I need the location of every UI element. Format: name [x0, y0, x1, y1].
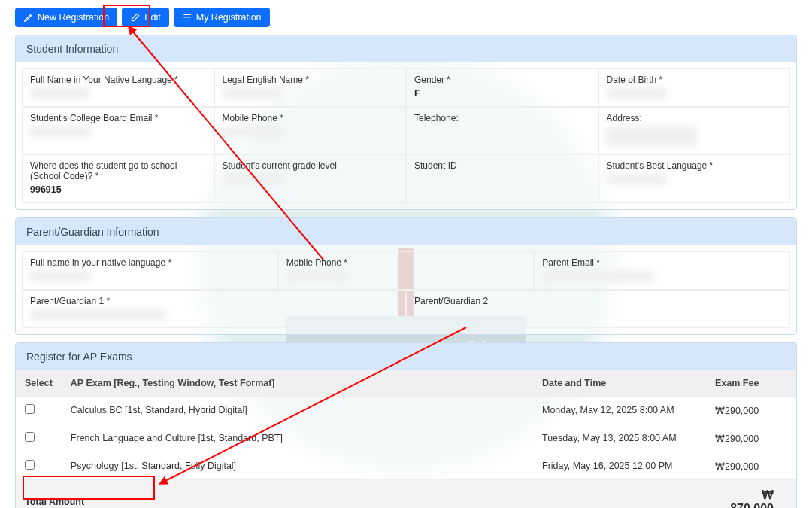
- exam-name: Calculus BC [1st, Standard, Hybrid Digit…: [62, 397, 533, 424]
- field-guardian1: Parent/Guardian 1 * xxxxxxxxxx: [22, 290, 406, 328]
- new-registration-label: New Registration: [38, 12, 109, 23]
- field-full-name: Full Name in Your Native Language * xxx: [22, 68, 214, 107]
- col-datetime: Date and Time: [533, 370, 706, 397]
- redacted-value: xxxx: [223, 88, 283, 99]
- field-telephone: Telephone:: [406, 107, 598, 154]
- my-registration-label: My Registration: [196, 12, 262, 23]
- field-mobile: Mobile Phone * xxxxxx: [214, 107, 407, 154]
- field-student-id: Student ID: [406, 154, 598, 203]
- exam-header: Register for AP Exams: [16, 343, 796, 370]
- col-select: Select: [16, 370, 62, 397]
- label: Gender *: [414, 75, 590, 85]
- redacted-value: xxxxxxxxxx: [30, 309, 165, 320]
- list-icon: [182, 12, 192, 23]
- label: Student's College Board Email *: [30, 113, 206, 123]
- exam-datetime: Tuesday, May 13, 2025 8:00 AM: [533, 424, 706, 452]
- field-best-lang: Student's Best Language * xxxxxx: [598, 154, 791, 203]
- field-grade: Student's current grade level xxx: [214, 154, 407, 203]
- value: [414, 174, 590, 184]
- field-parent-email: Parent Email * xxxxxxxxxx: [534, 251, 790, 290]
- redacted-value: xxxxxx: [223, 126, 283, 137]
- table-row: Calculus BC [1st, Standard, Hybrid Digit…: [16, 397, 796, 424]
- field-parent-mobile: Mobile Phone * xxxxxx: [278, 251, 535, 290]
- redacted-value: xxxxxxxxxx: [30, 126, 90, 137]
- label: Telephone:: [414, 113, 590, 123]
- exam-fee: ₩290,000: [706, 452, 796, 480]
- value: 996915: [30, 184, 206, 195]
- edit-icon: [130, 12, 141, 23]
- exam-fee: ₩290,000: [706, 424, 796, 452]
- field-guardian2: Parent/Guardian 2: [406, 290, 790, 328]
- redacted-value: xxx: [223, 174, 283, 184]
- label: Student's current grade level: [223, 160, 398, 171]
- redacted-value: xxxxxx: [607, 174, 667, 184]
- exam-datetime: Friday, May 16, 2025 12:00 PM: [533, 452, 706, 480]
- new-registration-button[interactable]: New Registration: [15, 8, 117, 27]
- label: Date of Birth *: [607, 75, 783, 85]
- toolbar: New Registration Edit My Registration: [15, 8, 797, 27]
- label: Full name in your native language *: [30, 257, 270, 268]
- label: Student ID: [414, 160, 590, 171]
- label: Mobile Phone *: [286, 257, 526, 268]
- field-dob: Date of Birth * xxxxxx: [598, 68, 791, 107]
- exam-fee: ₩290,000: [706, 397, 796, 424]
- value: [414, 126, 590, 137]
- row-select-checkbox[interactable]: [25, 460, 35, 470]
- label: Where does the student go to school (Sch…: [30, 160, 206, 181]
- exam-name: Psychology [1st, Standard, Fully Digital…: [62, 452, 533, 480]
- label: Parent/Guardian 1 *: [30, 296, 398, 306]
- col-exam: AP Exam [Reg., Testing Window, Test Form…: [62, 370, 533, 397]
- label: Parent Email *: [542, 257, 782, 268]
- field-parent-name: Full name in your native language * xx: [22, 251, 278, 290]
- student-info-panel: Student Information Full Name in Your Na…: [15, 35, 797, 210]
- field-cb-email: Student's College Board Email * xxxxxxxx…: [22, 107, 214, 154]
- field-school-code: Where does the student go to school (Sch…: [22, 154, 214, 203]
- redacted-value: xxx: [30, 88, 90, 99]
- total-value: ₩ 870,000: [706, 480, 796, 509]
- label: Legal English Name *: [223, 75, 398, 85]
- col-fee: Exam Fee: [706, 370, 796, 397]
- my-registration-button[interactable]: My Registration: [174, 8, 270, 27]
- label: Address:: [607, 113, 783, 123]
- exam-name: French Language and Culture [1st, Standa…: [62, 424, 533, 452]
- label: Parent/Guardian 2: [414, 296, 782, 306]
- redacted-value: xxxxxxxxxx: [542, 271, 655, 281]
- edit-label: Edit: [144, 12, 161, 23]
- student-info-header: Student Information: [16, 35, 796, 62]
- redacted-value: xx: [30, 271, 90, 281]
- row-select-checkbox[interactable]: [25, 432, 35, 442]
- exam-panel: Register for AP Exams Select AP Exam [Re…: [15, 342, 797, 508]
- label: Full Name in Your Native Language *: [30, 75, 206, 85]
- redacted-value: xxxxxx: [607, 88, 667, 99]
- label: Mobile Phone *: [223, 113, 398, 123]
- parent-info-header: Parent/Guardian Information: [16, 218, 796, 245]
- value: [414, 309, 782, 320]
- field-legal-name: Legal English Name * xxxx: [214, 68, 407, 107]
- field-gender: Gender * F: [406, 68, 598, 107]
- row-select-checkbox[interactable]: [25, 404, 35, 414]
- table-row: Psychology [1st, Standard, Fully Digital…: [16, 452, 796, 480]
- label: Student's Best Language *: [607, 160, 783, 171]
- exam-table: Select AP Exam [Reg., Testing Window, Te…: [16, 370, 796, 508]
- parent-info-panel: Parent/Guardian Information Full name in…: [15, 217, 797, 335]
- redacted-value: x: [607, 126, 697, 146]
- total-label: Total Amount: [16, 480, 706, 509]
- exam-datetime: Monday, May 12, 2025 8:00 AM: [533, 397, 706, 424]
- edit-button[interactable]: Edit: [122, 8, 169, 27]
- field-address: Address: x: [598, 107, 791, 154]
- total-row: Total Amount ₩ 870,000: [16, 480, 796, 509]
- table-row: French Language and Culture [1st, Standa…: [16, 424, 796, 452]
- pencil-icon: [23, 12, 34, 23]
- redacted-value: xxxxxx: [286, 271, 347, 281]
- value: F: [414, 88, 590, 99]
